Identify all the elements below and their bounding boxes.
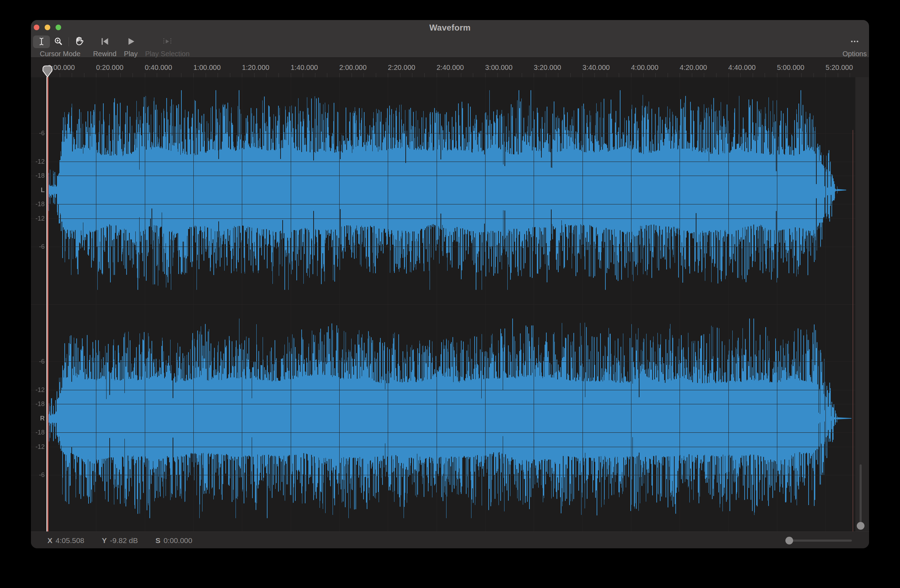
vertical-zoom-slider-track[interactable] bbox=[860, 464, 862, 526]
options-button[interactable] bbox=[849, 37, 860, 47]
ruler-tick bbox=[145, 73, 145, 77]
s-label: S bbox=[155, 536, 160, 545]
time-gridline bbox=[291, 77, 291, 531]
db-scale-label: -12 bbox=[31, 386, 45, 394]
time-gridline bbox=[826, 77, 826, 531]
ruler-tick bbox=[363, 73, 364, 77]
hand-icon bbox=[74, 36, 84, 48]
time-gridline bbox=[388, 77, 388, 531]
ruler-time-label: 5:20.000 bbox=[826, 63, 853, 72]
y-label: Y bbox=[102, 536, 107, 545]
waveform-display-area[interactable]: -6-12-18L-18-12-6-6-12-18R-18-12-6 bbox=[31, 77, 855, 531]
window-title: Waveform bbox=[31, 23, 869, 32]
vertical-zoom-slider-thumb[interactable] bbox=[857, 522, 864, 530]
ruler-time-label: 4:20.000 bbox=[680, 63, 707, 72]
ruler-tick bbox=[655, 73, 656, 77]
ruler-time-label: 2:20.000 bbox=[388, 63, 415, 72]
db-scale-label: -18 bbox=[31, 200, 45, 208]
ruler-tick bbox=[777, 73, 777, 77]
s-value: 0:00.000 bbox=[163, 536, 192, 545]
rewind-icon bbox=[100, 37, 109, 47]
rewind-button[interactable] bbox=[100, 37, 109, 47]
ruler-tick bbox=[266, 73, 267, 77]
db-scale-label: -6 bbox=[31, 129, 45, 137]
ruler-tick bbox=[704, 73, 704, 77]
cursor-y-readout: Y -9.82 dB bbox=[102, 536, 138, 545]
ruler-tick bbox=[254, 73, 254, 77]
time-gridline bbox=[777, 77, 777, 531]
ruler-tick bbox=[120, 73, 121, 77]
playhead-line bbox=[48, 77, 48, 531]
ruler-tick bbox=[667, 73, 668, 77]
db-gridline bbox=[31, 176, 855, 176]
ruler-tick bbox=[230, 73, 230, 77]
horizontal-zoom-slider-thumb[interactable] bbox=[785, 537, 793, 545]
ellipsis-icon bbox=[849, 37, 860, 47]
play-selection-button[interactable] bbox=[162, 37, 172, 47]
channel-name-label: L bbox=[31, 186, 45, 194]
horizontal-zoom-slider-track[interactable] bbox=[789, 540, 852, 542]
text-cursor-tool-button[interactable] bbox=[33, 36, 50, 48]
db-gridline bbox=[31, 361, 855, 362]
rewind-group: Rewind bbox=[90, 34, 119, 58]
hand-tool-button[interactable] bbox=[71, 36, 87, 48]
x-value: 4:05.508 bbox=[56, 536, 84, 545]
ruler-tick bbox=[582, 73, 583, 77]
db-gridline bbox=[31, 133, 855, 133]
ruler-tick bbox=[838, 73, 838, 77]
zoom-tool-button[interactable] bbox=[50, 36, 67, 48]
ruler-tick bbox=[424, 73, 425, 77]
db-gridline bbox=[31, 390, 855, 390]
ruler-tick bbox=[813, 73, 814, 77]
time-gridline bbox=[96, 77, 96, 531]
db-gridline bbox=[31, 218, 855, 219]
ruler-tick bbox=[509, 73, 510, 77]
ruler-tick bbox=[157, 73, 157, 77]
ruler-time-label: 1:40.000 bbox=[291, 63, 318, 72]
ruler-tick bbox=[789, 73, 790, 77]
ruler-tick bbox=[132, 73, 133, 77]
ruler-tick bbox=[217, 73, 218, 77]
ruler-tick bbox=[801, 73, 802, 77]
rewind-label: Rewind bbox=[90, 50, 119, 58]
time-gridline bbox=[631, 77, 632, 531]
time-gridline bbox=[534, 77, 534, 531]
time-gridline bbox=[582, 77, 583, 531]
ruler-time-label: 5:00.000 bbox=[777, 63, 804, 72]
bottom-bar: X 4:05.508 Y -9.82 dB S 0:00.000 bbox=[31, 531, 869, 548]
ruler-tick bbox=[412, 73, 413, 77]
ruler-time-label: 3:00.000 bbox=[485, 63, 512, 72]
window-chrome: Waveform bbox=[31, 20, 869, 57]
db-scale-label: -12 bbox=[31, 158, 45, 166]
ruler-tick bbox=[352, 73, 352, 77]
ruler-tick bbox=[206, 73, 206, 77]
right-gutter bbox=[855, 77, 869, 531]
ruler-tick bbox=[437, 73, 437, 77]
ruler-time-label: 1:20.000 bbox=[242, 63, 269, 72]
playhead-handle[interactable] bbox=[42, 65, 53, 79]
ruler-tick bbox=[84, 73, 84, 77]
channel-name-label: R bbox=[31, 415, 45, 422]
play-selection-icon bbox=[162, 37, 172, 47]
db-gridline bbox=[31, 162, 855, 162]
time-gridline bbox=[193, 77, 194, 531]
waveform-window: Waveform bbox=[31, 20, 869, 548]
time-gridline bbox=[437, 77, 437, 531]
ruler-tick bbox=[826, 73, 826, 77]
ruler-tick bbox=[680, 73, 680, 77]
magnifier-plus-icon bbox=[53, 37, 63, 47]
play-button[interactable] bbox=[126, 37, 135, 47]
ruler-tick bbox=[327, 73, 327, 77]
ruler-tick bbox=[72, 73, 72, 77]
cursor-mode-group: Cursor Mode bbox=[33, 34, 88, 58]
timeline-ruler[interactable]: 0:00.0000:20.0000:40.0001:00.0001:20.000… bbox=[31, 58, 869, 77]
ruler-time-label: 1:00.000 bbox=[193, 63, 221, 72]
ruler-tick bbox=[692, 73, 692, 77]
ruler-tick bbox=[740, 73, 741, 77]
ruler-tick bbox=[534, 73, 534, 77]
ruler-tick bbox=[400, 73, 400, 77]
ruler-time-label: 3:20.000 bbox=[534, 63, 561, 72]
ruler-tick bbox=[291, 73, 291, 77]
ruler-tick bbox=[594, 73, 595, 77]
play-icon bbox=[126, 37, 135, 47]
